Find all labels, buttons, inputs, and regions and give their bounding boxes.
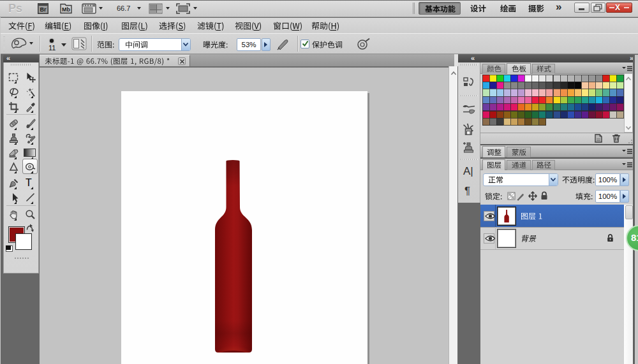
svg-text:Br: Br xyxy=(40,6,46,13)
svg-text:Mb: Mb xyxy=(62,6,70,13)
